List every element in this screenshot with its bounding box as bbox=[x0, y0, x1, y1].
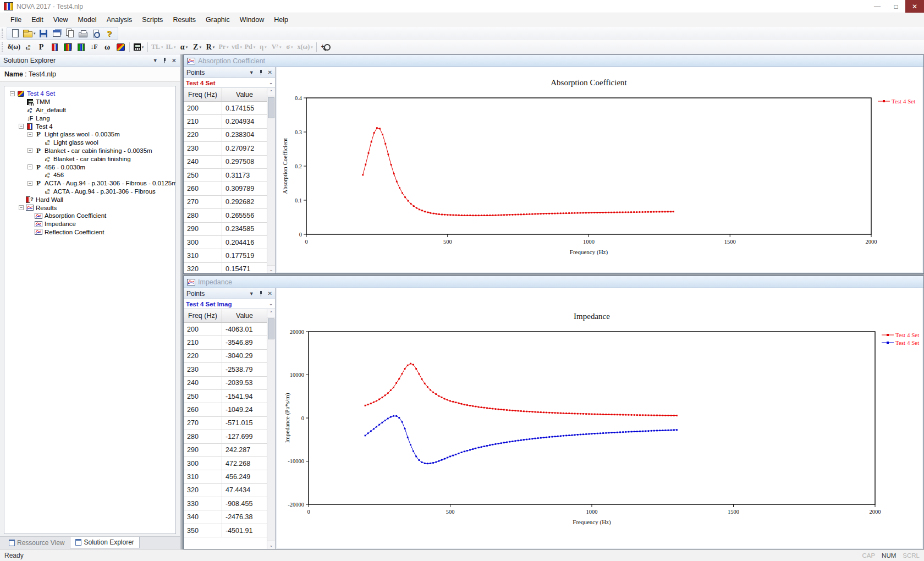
solver-button[interactable]: ▾ bbox=[132, 41, 145, 53]
tl-button[interactable]: TL▾ bbox=[150, 41, 164, 53]
table-row[interactable]: 200 0.174155 bbox=[184, 102, 267, 115]
scroll-thumb[interactable] bbox=[268, 318, 274, 339]
delta-omega-button[interactable]: δ(ω) bbox=[7, 41, 21, 53]
table-row[interactable]: 290 242.287 bbox=[184, 444, 267, 457]
tree-item[interactable]: − Test 4 bbox=[4, 122, 175, 130]
toolbar-grip[interactable] bbox=[2, 29, 4, 38]
panel-menu-icon[interactable]: ▼ bbox=[153, 58, 158, 63]
print-icon[interactable] bbox=[76, 28, 90, 39]
vtl-button[interactable]: vtl▾ bbox=[230, 41, 244, 53]
omega-button[interactable]: ω bbox=[101, 41, 114, 53]
table-row[interactable]: 290 0.234585 bbox=[184, 223, 267, 236]
menu-analysis[interactable]: Analysis bbox=[102, 14, 138, 25]
pin-icon[interactable] bbox=[258, 70, 263, 75]
table-row[interactable]: 320 0.15471 bbox=[184, 263, 267, 273]
dataset-select[interactable]: Test 4 Set ⌄ bbox=[184, 78, 275, 88]
table-scrollbar[interactable]: ⌃ ⌄ bbox=[267, 309, 275, 549]
panel-close-icon[interactable]: ✕ bbox=[268, 69, 272, 75]
table-row[interactable]: 340 -2476.38 bbox=[184, 510, 267, 524]
new-file-icon[interactable] bbox=[9, 28, 22, 39]
menu-graphic[interactable]: Graphic bbox=[201, 14, 235, 25]
table-row[interactable]: 230 -2538.79 bbox=[184, 363, 267, 376]
tree-item[interactable]: −P 456 - 0.0030m bbox=[4, 163, 175, 171]
tree-item[interactable]: Absorption Coefficient bbox=[4, 212, 175, 220]
tree-item[interactable]: −P Blanket - car cabin finishing - 0.003… bbox=[4, 147, 175, 155]
menu-model[interactable]: Model bbox=[73, 14, 102, 25]
scroll-up-icon[interactable]: ⌃ bbox=[267, 309, 275, 317]
scroll-up-icon[interactable]: ⌃ bbox=[267, 88, 275, 96]
tree-item[interactable]: TMM bbox=[4, 98, 175, 106]
pin-icon[interactable] bbox=[162, 58, 167, 63]
table-row[interactable]: 350 -4501.91 bbox=[184, 524, 267, 537]
tree-expander[interactable]: − bbox=[28, 148, 32, 153]
table-row[interactable]: 230 0.270972 bbox=[184, 142, 267, 155]
tree-item[interactable]: εηυ Blanket - car cabin finishing bbox=[4, 155, 175, 163]
menu-results[interactable]: Results bbox=[168, 14, 201, 25]
minimize-button[interactable]: — bbox=[868, 0, 887, 13]
table-row[interactable]: 250 -1541.94 bbox=[184, 390, 267, 403]
tree-item[interactable]: −P ACTA - Aug.94 - p.301-306 - Fibrous -… bbox=[4, 179, 175, 188]
tab-solution-explorer[interactable]: Solution Explorer bbox=[70, 537, 139, 548]
table-row[interactable]: 260 -1049.24 bbox=[184, 403, 267, 416]
dataset-select[interactable]: Test 4 Set Imag ⌄ bbox=[184, 299, 275, 309]
v2-button[interactable]: V²▾ bbox=[270, 41, 283, 53]
menu-view[interactable]: View bbox=[48, 14, 73, 25]
absorption-window-caption[interactable]: Absorption Coefficient bbox=[184, 55, 923, 67]
new-window-icon[interactable] bbox=[50, 28, 63, 39]
toolbar-grip[interactable] bbox=[2, 42, 4, 52]
save-icon[interactable] bbox=[37, 28, 50, 39]
table-row[interactable]: 200 -4063.01 bbox=[184, 323, 267, 336]
scroll-thumb[interactable] bbox=[268, 97, 274, 118]
column-header-value[interactable]: Value bbox=[222, 309, 267, 323]
set-cube-button[interactable] bbox=[114, 41, 127, 53]
tree-item[interactable]: Impedance bbox=[4, 220, 175, 228]
pin-icon[interactable] bbox=[258, 291, 263, 296]
layer-button[interactable]: P bbox=[35, 41, 48, 53]
tree-expander[interactable]: − bbox=[19, 205, 24, 210]
scroll-down-icon[interactable]: ⌄ bbox=[267, 541, 275, 549]
panel-close-icon[interactable]: ✕ bbox=[268, 290, 272, 296]
panel-close-icon[interactable]: ✕ bbox=[172, 57, 177, 64]
menu-help[interactable]: Help bbox=[269, 14, 293, 25]
tree-expander[interactable]: − bbox=[28, 132, 32, 137]
column-header-freq[interactable]: Freq (Hz) bbox=[184, 309, 222, 323]
tree-expander[interactable]: − bbox=[28, 181, 32, 186]
z-button[interactable]: Z▾ bbox=[191, 41, 204, 53]
bars-green-button[interactable] bbox=[74, 41, 87, 53]
copy-icon[interactable] bbox=[63, 28, 76, 39]
table-row[interactable]: 320 47.4434 bbox=[184, 484, 267, 497]
open-folder-icon[interactable]: ▾ bbox=[22, 28, 37, 39]
tree-expander[interactable]: − bbox=[19, 124, 24, 129]
table-row[interactable]: 240 0.297508 bbox=[184, 156, 267, 169]
column-header-freq[interactable]: Freq (Hz) bbox=[184, 88, 222, 102]
menu-scripts[interactable]: Scripts bbox=[137, 14, 168, 25]
table-row[interactable]: 220 0.238304 bbox=[184, 129, 267, 142]
table-scrollbar[interactable]: ⌃ ⌄ bbox=[267, 88, 275, 273]
zoom-button[interactable] bbox=[319, 41, 332, 53]
impedance-window-caption[interactable]: Impedance bbox=[184, 276, 923, 288]
table-row[interactable]: 240 -2039.53 bbox=[184, 377, 267, 390]
sigma-button[interactable]: σ▾ bbox=[283, 41, 296, 53]
table-row[interactable]: 310 456.249 bbox=[184, 470, 267, 483]
bars-red-blue-button[interactable] bbox=[48, 41, 61, 53]
tree-item[interactable]: εηυ 456 bbox=[4, 171, 175, 179]
tree-item[interactable]: − Test 4 Set bbox=[4, 90, 175, 98]
table-row[interactable]: 220 -3040.29 bbox=[184, 350, 267, 363]
tree-item[interactable]: εηυ Light glass wool bbox=[4, 139, 175, 147]
table-row[interactable]: 300 0.204416 bbox=[184, 236, 267, 249]
pd-button[interactable]: Pd▾ bbox=[244, 41, 257, 53]
table-row[interactable]: 280 -127.699 bbox=[184, 430, 267, 443]
table-row[interactable]: 210 -3546.89 bbox=[184, 336, 267, 349]
column-header-value[interactable]: Value bbox=[222, 88, 267, 102]
il-button[interactable]: IL▾ bbox=[164, 41, 178, 53]
table-row[interactable]: 270 -571.015 bbox=[184, 417, 267, 430]
scroll-down-icon[interactable]: ⌄ bbox=[267, 265, 275, 273]
tree-item[interactable]: −P Light glass wool - 0.0035m bbox=[4, 130, 175, 139]
panel-menu-icon[interactable]: ▼ bbox=[249, 70, 254, 75]
menu-file[interactable]: File bbox=[6, 14, 26, 25]
close-button[interactable]: ✕ bbox=[905, 0, 924, 13]
table-row[interactable]: 260 0.309789 bbox=[184, 182, 267, 195]
panel-menu-icon[interactable]: ▼ bbox=[249, 291, 254, 296]
table-row[interactable]: 250 0.31173 bbox=[184, 169, 267, 182]
tree-item[interactable]: εηυ Air_default bbox=[4, 106, 175, 114]
